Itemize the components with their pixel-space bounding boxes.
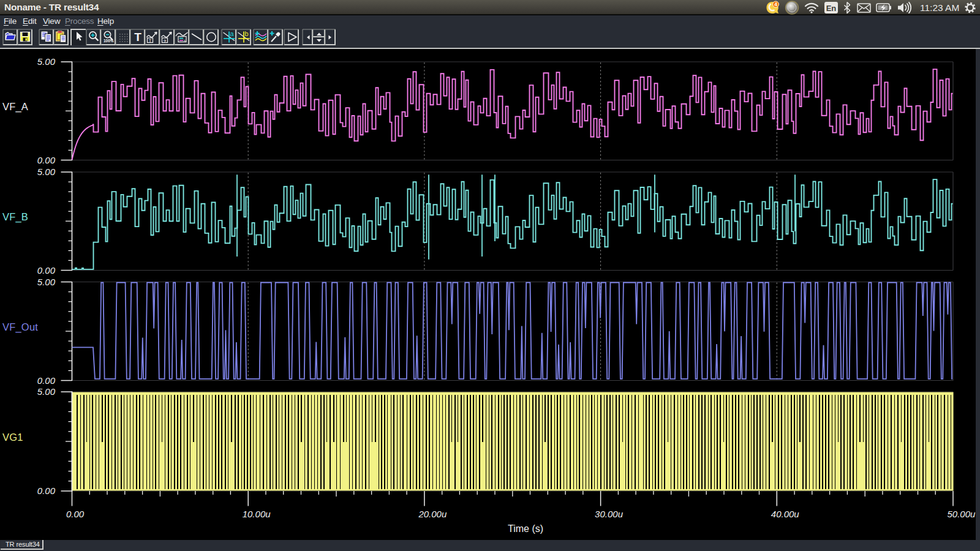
- svg-text:VF_B: VF_B: [2, 211, 28, 223]
- svg-text:Time (s): Time (s): [508, 523, 543, 534]
- svg-text:5.00: 5.00: [37, 386, 56, 397]
- svg-text:30.00u: 30.00u: [595, 509, 624, 519]
- svg-text:VG1: VG1: [2, 432, 23, 443]
- svg-text:0.00: 0.00: [37, 265, 56, 276]
- svg-text:5.00: 5.00: [37, 56, 56, 67]
- svg-text:a: a: [230, 30, 235, 37]
- svg-text:VF_A: VF_A: [2, 101, 28, 113]
- svg-text:5.00: 5.00: [37, 277, 56, 287]
- svg-text:40.00u: 40.00u: [771, 509, 800, 519]
- svg-text:50.00u: 50.00u: [948, 509, 976, 519]
- svg-text:10.00u: 10.00u: [243, 509, 271, 519]
- svg-text:x: x: [184, 39, 186, 42]
- svg-text:?: ?: [164, 39, 167, 44]
- svg-text:T: T: [149, 38, 152, 43]
- svg-text:0.00: 0.00: [37, 375, 56, 386]
- svg-text:T: T: [134, 31, 141, 43]
- svg-text:b: b: [245, 30, 249, 37]
- svg-text:5.00: 5.00: [37, 167, 56, 177]
- svg-text:0.00: 0.00: [37, 485, 56, 496]
- svg-text:0.00: 0.00: [66, 509, 85, 519]
- svg-text:0.00: 0.00: [37, 155, 56, 165]
- svg-text:100%: 100%: [104, 39, 114, 43]
- svg-text:VF_Out: VF_Out: [2, 321, 38, 333]
- svg-text:20.00u: 20.00u: [418, 509, 447, 519]
